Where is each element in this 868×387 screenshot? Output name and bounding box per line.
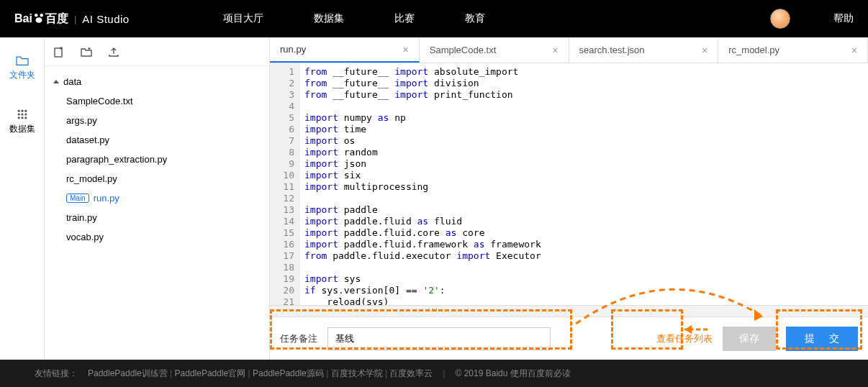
file-rc_model-py[interactable]: rc_model.py <box>53 169 261 188</box>
file-SampleCode-txt[interactable]: SampleCode.txt <box>53 91 261 111</box>
nav-link-datasets[interactable]: 数据集 <box>314 12 344 25</box>
footer-link-4[interactable]: 百度效率云 <box>389 368 433 378</box>
footer-link-3[interactable]: 百度技术学院 <box>331 368 383 378</box>
svg-point-6 <box>17 113 19 115</box>
footer-label: 友情链接： <box>35 368 78 380</box>
file-args-py[interactable]: args.py <box>53 111 261 130</box>
help-link[interactable]: 帮助 <box>833 12 854 25</box>
file-run-py[interactable]: Mainrun.py <box>53 188 261 208</box>
baidu-logo: Bai百度 <box>14 12 68 27</box>
rail-datasets[interactable]: 数据集 <box>9 109 35 135</box>
main-tag: Main <box>66 194 89 203</box>
folder-icon <box>15 55 30 66</box>
file-panel: data SampleCode.txtargs.pydataset.pypara… <box>45 37 270 360</box>
svg-point-10 <box>21 117 23 119</box>
tab-search-test-json[interactable]: search.test.json× <box>569 37 719 63</box>
top-nav: Bai百度 | AI Studio 项目大厅 数据集 比赛 教育 帮助 <box>0 0 868 37</box>
file-dataset-py[interactable]: dataset.py <box>53 130 261 150</box>
code-editor[interactable]: ◀ 12345678910111213141516171819202122232… <box>270 63 868 305</box>
grid-icon <box>15 109 30 120</box>
bottom-bar: 任务备注 查看任务列表 保存 提 交 <box>270 317 868 360</box>
file-tree: data SampleCode.txtargs.pydataset.pypara… <box>45 66 269 252</box>
ai-studio-logo: AI Studio <box>82 13 129 25</box>
horizontal-scrollbar[interactable] <box>270 305 868 317</box>
footer-link-1[interactable]: PaddlePaddle官网 <box>175 368 246 378</box>
svg-point-0 <box>35 14 38 17</box>
file-paragraph_extraction-py[interactable]: paragraph_extraction.py <box>53 150 261 169</box>
svg-point-7 <box>21 113 23 115</box>
editor-tabs: run.py×SampleCode.txt×search.test.json×r… <box>270 37 868 63</box>
save-button[interactable]: 保存 <box>723 327 776 351</box>
new-file-icon[interactable] <box>53 46 65 58</box>
svg-point-5 <box>24 110 27 112</box>
logo-area[interactable]: Bai百度 | AI Studio <box>14 12 130 27</box>
footer-link-2[interactable]: PaddlePaddle源码 <box>253 368 324 378</box>
close-icon[interactable]: × <box>403 44 409 55</box>
svg-point-9 <box>17 117 19 119</box>
code-lines[interactable]: from __future__ import absolute_importfr… <box>300 63 868 305</box>
submit-button[interactable]: 提 交 <box>786 327 858 351</box>
nav-link-projects[interactable]: 项目大厅 <box>223 12 263 25</box>
svg-point-2 <box>35 17 42 23</box>
svg-point-11 <box>24 117 27 119</box>
svg-point-1 <box>40 14 43 17</box>
footer: 友情链接： PaddlePaddle训练营 | PaddlePaddle官网 |… <box>0 360 868 387</box>
line-gutter: 123456789101112131415161718192021222324 <box>270 63 300 305</box>
footer-link-0[interactable]: PaddlePaddle训练营 <box>88 368 168 378</box>
rail-folders[interactable]: 文件夹 <box>9 55 35 81</box>
tab-run-py[interactable]: run.py× <box>270 37 420 63</box>
close-icon[interactable]: × <box>851 45 857 56</box>
upload-icon[interactable] <box>108 46 119 58</box>
nav-links: 项目大厅 数据集 比赛 教育 <box>223 12 485 25</box>
file-train-py[interactable]: train.py <box>53 208 261 227</box>
remark-label: 任务备注 <box>280 332 317 345</box>
file-vocab-py[interactable]: vocab.py <box>53 227 261 247</box>
avatar[interactable] <box>770 9 790 29</box>
new-folder-icon[interactable] <box>81 46 92 58</box>
svg-point-3 <box>17 110 19 112</box>
remark-input[interactable] <box>327 327 551 350</box>
nav-link-education[interactable]: 教育 <box>465 12 485 25</box>
copyright: © 2019 Baidu 使用百度前必读 <box>456 368 571 380</box>
tab-SampleCode-txt[interactable]: SampleCode.txt× <box>420 37 569 63</box>
left-rail: 文件夹 数据集 <box>0 37 45 360</box>
close-icon[interactable]: × <box>552 45 558 56</box>
close-icon[interactable]: × <box>702 45 707 56</box>
editor-area: run.py×SampleCode.txt×search.test.json×r… <box>270 37 868 360</box>
nav-link-contests[interactable]: 比赛 <box>394 12 415 25</box>
caret-icon <box>53 80 59 83</box>
svg-point-8 <box>24 113 27 115</box>
tab-rc_model-py[interactable]: rc_model.py× <box>718 37 868 63</box>
svg-point-4 <box>21 110 23 112</box>
file-toolbar <box>45 37 269 66</box>
tree-folder-data[interactable]: data <box>53 72 261 91</box>
view-tasks-link[interactable]: 查看任务列表 <box>656 332 713 345</box>
